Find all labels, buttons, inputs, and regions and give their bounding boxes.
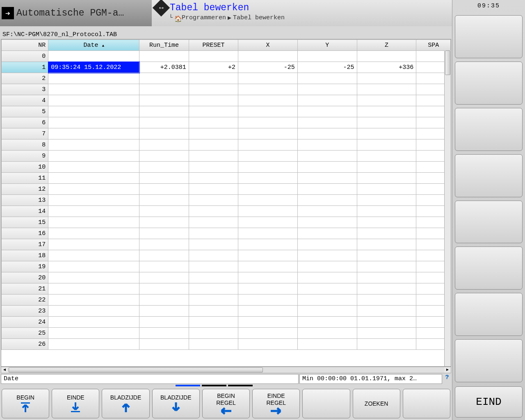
col-header-runtime[interactable]: Run_Time — [139, 40, 189, 51]
cell-run_time[interactable] — [139, 206, 189, 217]
cell-date[interactable] — [48, 317, 139, 328]
cell-run_time[interactable] — [139, 283, 189, 294]
cell-y[interactable] — [297, 228, 357, 239]
cell-x[interactable] — [238, 294, 298, 306]
cell-run_time[interactable] — [139, 306, 189, 317]
cell-z[interactable] — [357, 195, 416, 206]
cell-z[interactable] — [357, 239, 416, 250]
softkey-begin[interactable]: BEGIN — [2, 389, 49, 418]
cell-run_time[interactable] — [139, 239, 189, 250]
cell-y[interactable] — [297, 339, 357, 350]
side-button-6[interactable] — [455, 247, 523, 290]
cell-run_time[interactable] — [139, 106, 189, 117]
cell-y[interactable] — [297, 294, 357, 306]
cell-x[interactable] — [238, 117, 298, 128]
cell-run_time[interactable] — [139, 84, 189, 95]
cell-z[interactable] — [357, 73, 416, 84]
cell-y[interactable] — [297, 239, 357, 250]
table-row[interactable]: 5 — [2, 106, 451, 117]
softkey-zoeken[interactable]: ZOEKEN — [353, 389, 400, 418]
cell-x[interactable] — [238, 106, 298, 117]
cell-run_time[interactable] — [139, 51, 189, 62]
home-icon[interactable]: 🏠 — [174, 15, 180, 21]
cell-z[interactable]: +336 — [357, 62, 416, 73]
cell-date[interactable] — [48, 73, 139, 84]
cell-z[interactable] — [357, 217, 416, 228]
cell-z[interactable] — [357, 184, 416, 195]
cell-run_time[interactable] — [139, 317, 189, 328]
table-row[interactable]: 0 — [2, 51, 451, 62]
cell-run_time[interactable] — [139, 117, 189, 128]
cell-nr[interactable]: 7 — [2, 128, 48, 139]
cell-nr[interactable]: 0 — [2, 51, 48, 62]
cell-y[interactable] — [297, 117, 357, 128]
horizontal-scrollbar[interactable]: ◀ ▶ — [1, 367, 451, 373]
cell-run_time[interactable] — [139, 261, 189, 272]
cell-run_time[interactable]: +2.0381 — [139, 62, 189, 73]
cell-run_time[interactable] — [139, 173, 189, 184]
mode-left[interactable]: ➔ Automatische PGM-a… — [0, 0, 152, 26]
table-row[interactable]: 19 — [2, 261, 451, 272]
cell-x[interactable] — [238, 139, 298, 151]
col-header-y[interactable]: Y — [297, 40, 357, 51]
cell-preset[interactable] — [189, 217, 238, 228]
cell-y[interactable] — [297, 84, 357, 95]
cell-y[interactable]: -25 — [297, 62, 357, 73]
vertical-scrollbar[interactable] — [444, 50, 451, 366]
cell-date[interactable] — [48, 139, 139, 151]
cell-run_time[interactable] — [139, 162, 189, 173]
cell-y[interactable] — [297, 51, 357, 62]
table-row[interactable]: 25 — [2, 328, 451, 339]
cell-x[interactable] — [238, 272, 298, 283]
cell-x[interactable] — [238, 328, 298, 339]
cell-y[interactable] — [297, 73, 357, 84]
cell-nr[interactable]: 11 — [2, 173, 48, 184]
softkey-begin-regel[interactable]: BEGIN REGEL — [202, 389, 250, 418]
cell-nr[interactable]: 10 — [2, 162, 48, 173]
cell-x[interactable] — [238, 283, 298, 294]
cell-z[interactable] — [357, 173, 416, 184]
cell-y[interactable] — [297, 283, 357, 294]
cell-y[interactable] — [297, 173, 357, 184]
data-table[interactable]: NR Date ▲ Run_Time PRESET X Y Z SPA 0109… — [1, 39, 451, 350]
cell-z[interactable] — [357, 339, 416, 350]
cell-x[interactable] — [238, 95, 298, 106]
cell-nr[interactable]: 4 — [2, 95, 48, 106]
cell-nr[interactable]: 14 — [2, 206, 48, 217]
cell-nr[interactable]: 5 — [2, 106, 48, 117]
cell-date[interactable] — [48, 283, 139, 294]
cell-y[interactable] — [297, 95, 357, 106]
cell-run_time[interactable] — [139, 272, 189, 283]
cell-nr[interactable]: 8 — [2, 139, 48, 151]
cell-run_time[interactable] — [139, 228, 189, 239]
cell-preset[interactable] — [189, 206, 238, 217]
cell-z[interactable] — [357, 283, 416, 294]
table-row[interactable]: 15 — [2, 217, 451, 228]
cell-preset[interactable] — [189, 151, 238, 162]
cell-date[interactable] — [48, 195, 139, 206]
cell-date[interactable] — [48, 250, 139, 261]
cell-x[interactable] — [238, 217, 298, 228]
cell-z[interactable] — [357, 106, 416, 117]
cell-y[interactable] — [297, 306, 357, 317]
cell-preset[interactable] — [189, 51, 238, 62]
cell-preset[interactable] — [189, 162, 238, 173]
cell-date[interactable] — [48, 272, 139, 283]
cell-x[interactable] — [238, 228, 298, 239]
cell-z[interactable] — [357, 228, 416, 239]
cell-nr[interactable]: 26 — [2, 339, 48, 350]
cell-z[interactable] — [357, 95, 416, 106]
cell-x[interactable] — [238, 184, 298, 195]
col-header-date[interactable]: Date ▲ — [48, 40, 139, 51]
cell-preset[interactable] — [189, 195, 238, 206]
table-row[interactable]: 14 — [2, 206, 451, 217]
cell-preset[interactable] — [189, 294, 238, 306]
side-button-8[interactable] — [455, 339, 523, 382]
breadcrumb-item[interactable]: Programmeren — [182, 14, 226, 21]
scroll-right-icon[interactable]: ▶ — [444, 367, 451, 373]
cell-nr[interactable]: 1 — [2, 62, 48, 73]
cell-run_time[interactable] — [139, 328, 189, 339]
cell-date[interactable] — [48, 84, 139, 95]
cell-date[interactable] — [48, 106, 139, 117]
cell-nr[interactable]: 20 — [2, 272, 48, 283]
